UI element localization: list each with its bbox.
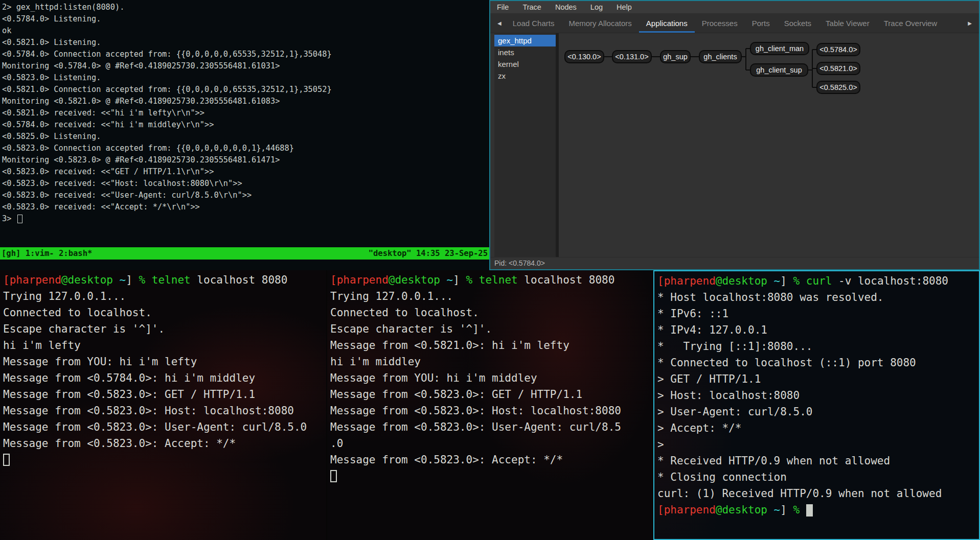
erlang-prompt-text: 3> (2, 213, 16, 225)
command-args: localhost 8080 (191, 274, 288, 286)
menu-trace[interactable]: Trace (522, 3, 541, 11)
command-text: % telnet (139, 274, 191, 286)
text-cursor (17, 215, 22, 223)
prompt-path: ~ (767, 275, 780, 287)
erlang-shell-output: 2> gex_httpd:listen(8080).<0.5784.0> Lis… (2, 2, 489, 213)
shell-prompt-line: [pharpend@desktop ~] % telnet localhost … (330, 272, 653, 288)
menu-file[interactable]: File (497, 3, 509, 11)
terminal-line: * Connected to localhost (::1) port 8080 (657, 355, 979, 371)
prompt-close: ] (780, 275, 793, 287)
tab-scroll-right-icon[interactable]: ▶ (964, 13, 976, 33)
process-node-0-130-0[interactable]: <0.130.0> (564, 50, 604, 63)
terminal-line: hi i'm middley (330, 354, 653, 370)
terminal-line: 2> gex_httpd:listen(8080). (2, 2, 489, 13)
terminal-output: Trying 127.0.0.1...Connected to localhos… (3, 288, 326, 452)
terminal-pane-curl[interactable]: [pharpend@desktop ~] % curl -v localhost… (653, 270, 980, 540)
tab-table-viewer[interactable]: Table Viewer (818, 13, 877, 33)
tab-scroll-left-icon[interactable]: ◀ (493, 13, 506, 33)
process-node-gh-client-sup[interactable]: gh_client_sup (750, 63, 808, 77)
terminal-line: Message from YOU: hi i'm middley (330, 370, 653, 386)
command-text: % telnet (466, 274, 518, 286)
process-node-gh-client-man[interactable]: gh_client_man (750, 42, 809, 55)
prompt-host: @desktop (716, 275, 767, 287)
tab-memory-allocators[interactable]: Memory Allocators (561, 13, 639, 33)
shell-prompt-line: [pharpend@desktop ~] % (657, 502, 979, 518)
terminal-line: > (657, 436, 979, 453)
prompt-path: ~ (440, 274, 453, 286)
observer-status-bar: Pid: <0.5784.0> (490, 257, 979, 269)
terminal-line: * IPv4: 127.0.0.1 (657, 322, 979, 338)
prompt-user: [pharpend (3, 274, 61, 286)
app-list-item-gex-httpd[interactable]: gex_httpd (494, 35, 556, 46)
terminal-pane-telnet-lefty[interactable]: [pharpend@desktop ~] % telnet localhost … (0, 270, 326, 540)
terminal-line: Connected to localhost. (330, 304, 653, 321)
application-list: gex_httpd inets kernel zx (494, 33, 556, 257)
menu-nodes[interactable]: Nodes (555, 3, 577, 11)
terminal-line: <0.5823.0> Connection accepted from: {{0… (2, 143, 489, 154)
terminal-line: <0.5825.0> Listening. (2, 131, 489, 143)
applications-view: gex_httpd inets kernel zx <0.130.0> (490, 33, 979, 257)
terminal-line: <0.5823.0> received: <<"User-Agent: curl… (2, 190, 489, 201)
prompt-path: ~ (113, 274, 126, 286)
observer-window: File Trace Nodes Log Help ◀ Load Charts … (489, 0, 980, 270)
process-node-0-5784-0[interactable]: <0.5784.0> (816, 43, 860, 56)
terminal-line: <0.5821.0> received: <<"hi i'm lefty\r\n… (2, 107, 489, 119)
terminal-line: <0.5821.0> Listening. (2, 37, 489, 49)
app-list-item-kernel[interactable]: kernel (494, 58, 556, 70)
prompt-close: ] (126, 274, 139, 286)
terminal-line: Trying 127.0.0.1... (330, 288, 653, 304)
terminal-output: * Host localhost:8080 was resolved.* IPv… (657, 289, 979, 502)
tab-applications[interactable]: Applications (639, 13, 695, 33)
prompt-close: ] (453, 274, 466, 286)
terminal-line: Message from YOU: hi i'm lefty (3, 354, 326, 370)
text-cursor (806, 504, 813, 516)
tab-processes[interactable]: Processes (695, 13, 745, 33)
erlang-shell-prompt: 3> (2, 213, 489, 225)
app-list-item-zx[interactable]: zx (494, 70, 556, 82)
terminal-line: Message from <0.5823.0>: Host: localhost… (3, 403, 326, 419)
command-args: localhost 8080 (518, 274, 615, 286)
process-node-0-5825-0[interactable]: <0.5825.0> (816, 81, 860, 94)
terminal-pane-telnet-middley[interactable]: [pharpend@desktop ~] % telnet localhost … (326, 270, 653, 540)
terminal-line: > Host: localhost:8080 (657, 387, 979, 404)
prompt-host: @desktop (389, 274, 440, 286)
menu-help[interactable]: Help (617, 3, 632, 11)
prompt-host: @desktop (61, 274, 113, 286)
text-cursor (3, 454, 10, 466)
app-list-item-inets[interactable]: inets (494, 46, 556, 58)
terminal-line: > GET / HTTP/1.1 (657, 371, 979, 387)
terminal-line: ok (2, 25, 489, 37)
terminal-line: * Trying [::1]:8080... (657, 338, 979, 355)
terminal-line: <0.5784.0> received: <<"hi i'm middley\r… (2, 119, 489, 131)
tab-load-charts[interactable]: Load Charts (506, 13, 562, 33)
terminal-line: Message from <0.5823.0>: GET / HTTP/1.1 (3, 386, 326, 403)
terminal-line: Message from <0.5823.0>: GET / HTTP/1.1 (330, 386, 653, 403)
tab-ports[interactable]: Ports (745, 13, 777, 33)
prompt-user: [pharpend (657, 275, 716, 287)
tmux-status-bar: [gh] 1:vim- 2:bash* "desktop" 14:35 23-S… (0, 247, 489, 260)
terminal-line: * IPv6: ::1 (657, 306, 979, 322)
terminal-line: Message from <0.5823.0>: Accept: */* (330, 452, 653, 468)
terminal-line: curl: (1) Received HTTP/0.9 when not all… (657, 485, 979, 502)
prompt-user: [pharpend (657, 504, 716, 516)
selected-pid-label: Pid: <0.5784.0> (494, 259, 545, 267)
process-node-gh-sup[interactable]: gh_sup (660, 50, 691, 63)
cursor-line (3, 452, 326, 471)
terminal-line: Monitoring <0.5821.0> @ #Ref<0.418902573… (2, 96, 489, 107)
terminal-line: <0.5823.0> received: <<"Host: localhost:… (2, 178, 489, 190)
process-node-gh-clients[interactable]: gh_clients (699, 50, 742, 63)
process-node-0-131-0[interactable]: <0.131.0> (612, 50, 652, 63)
process-node-0-5821-0[interactable]: <0.5821.0> (816, 62, 860, 75)
observer-tabbar: ◀ Load Charts Memory Allocators Applicat… (490, 13, 979, 33)
process-tree-canvas[interactable]: <0.130.0> <0.131.0> gh_sup gh_clients gh… (559, 33, 979, 257)
terminal-line: Escape character is '^]'. (330, 321, 653, 337)
terminal-line: * Received HTTP/0.9 when not allowed (657, 453, 979, 469)
terminal-line: <0.5823.0> received: <<"Accept: */*\r\n"… (2, 201, 489, 213)
terminal-line: Message from <0.5784.0>: hi i'm middley (3, 370, 326, 386)
menu-log[interactable]: Log (590, 3, 603, 11)
terminal-line: <0.5784.0> Connection accepted from: {{0… (2, 49, 489, 60)
terminal-line: Connected to localhost. (3, 304, 326, 321)
tab-trace-overview[interactable]: Trace Overview (877, 13, 944, 33)
erlang-shell-terminal[interactable]: 2> gex_httpd:listen(8080).<0.5784.0> Lis… (0, 0, 489, 270)
tab-sockets[interactable]: Sockets (777, 13, 818, 33)
